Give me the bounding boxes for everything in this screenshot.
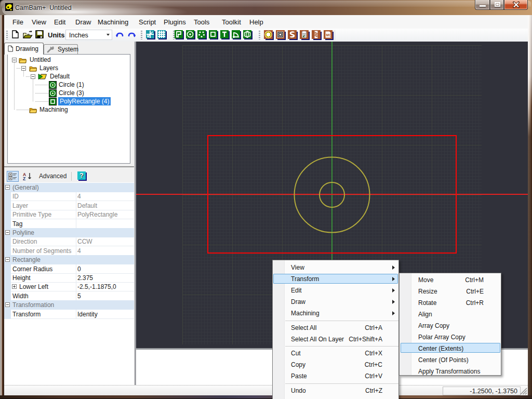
svg-text:MC: MC bbox=[326, 33, 331, 37]
svg-text:Z: Z bbox=[23, 176, 25, 181]
